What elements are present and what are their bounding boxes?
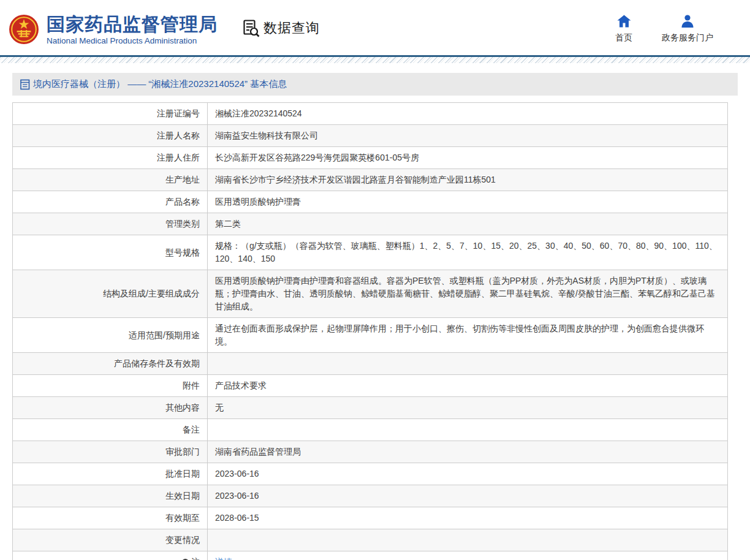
table-row: 其他内容无	[13, 397, 728, 419]
row-value: 2023-06-16	[208, 485, 728, 507]
row-label: 产品储存条件及有效期	[13, 353, 208, 375]
table-row: 附件产品技术要求	[13, 375, 728, 397]
row-label: 变更情况	[13, 529, 208, 551]
breadcrumb: 境内医疗器械（注册） —— “湘械注准20232140524” 基本信息	[12, 73, 738, 96]
row-label: 生产地址	[13, 169, 208, 191]
document-icon	[20, 79, 30, 90]
nav-home[interactable]: 首页	[615, 14, 632, 44]
row-label: 批准日期	[13, 463, 208, 485]
row-value: 湖南省长沙市宁乡经济技术开发区谐园北路蓝月谷智能制造产业园11栋501	[208, 169, 728, 191]
breadcrumb-text: 境内医疗器械（注册） —— “湘械注准20232140524” 基本信息	[33, 78, 287, 90]
table-row: 生产地址湖南省长沙市宁乡经济技术开发区谐园北路蓝月谷智能制造产业园11栋501	[13, 169, 728, 191]
row-value: 产品技术要求	[208, 375, 728, 397]
registration-info-table: 注册证编号湘械注准20232140524注册人名称湖南益安生物科技有限公司注册人…	[12, 102, 728, 560]
row-value: 第二类	[208, 213, 728, 235]
row-label: 生效日期	[13, 485, 208, 507]
main-content: 境内医疗器械（注册） —— “湘械注准20232140524” 基本信息 注册证…	[0, 73, 750, 560]
row-value: 无	[208, 397, 728, 419]
row-value: 湘械注准20232140524	[208, 103, 728, 125]
table-row: 结构及组成/主要组成成分医用透明质酸钠护理膏由护理膏和容器组成。容器为PE软管、…	[13, 270, 728, 318]
row-label: 注册人住所	[13, 147, 208, 169]
row-value	[208, 529, 728, 551]
table-row: 产品储存条件及有效期	[13, 353, 728, 375]
document-search-icon	[243, 20, 260, 37]
table-row: 审批部门湖南省药品监督管理局	[13, 441, 728, 463]
row-label: 注册证编号	[13, 103, 208, 125]
row-label: 型号规格	[13, 235, 208, 270]
row-label: 产品名称	[13, 191, 208, 213]
row-value: 医用透明质酸钠护理膏由护理膏和容器组成。容器为PE软管、或塑料瓶（盖为PP材质，…	[208, 270, 728, 318]
row-value: 长沙高新开发区谷苑路229号海凭园聚英楼601-05号房	[208, 147, 728, 169]
nmpa-emblem-logo	[9, 14, 39, 45]
info-table-body: 注册证编号湘械注准20232140524注册人名称湖南益安生物科技有限公司注册人…	[13, 103, 728, 560]
table-row: 有效期至2028-06-15	[13, 507, 728, 529]
table-row: 注册人住所长沙高新开发区谷苑路229号海凭园聚英楼601-05号房	[13, 147, 728, 169]
registration-info-table-wrap: 注册证编号湘械注准20232140524注册人名称湖南益安生物科技有限公司注册人…	[12, 102, 728, 560]
row-value: 2028-06-15	[208, 507, 728, 529]
table-row: 型号规格规格：（g/支或瓶）（容器为软管、玻璃瓶、塑料瓶）1、2、5、7、10、…	[13, 235, 728, 270]
row-value: 2023-06-16	[208, 463, 728, 485]
detail-link[interactable]: 详情	[215, 557, 232, 560]
row-label: 附件	[13, 375, 208, 397]
site-title-cn: 国家药品监督管理局	[47, 14, 218, 35]
table-row: 备注	[13, 419, 728, 441]
row-label: 注册人名称	[13, 125, 208, 147]
hatch-pattern-strip	[0, 57, 750, 63]
table-row: 批准日期2023-06-16	[13, 463, 728, 485]
table-row: 生效日期2023-06-16	[13, 485, 728, 507]
nav-portal-label: 政务服务门户	[662, 32, 713, 44]
site-header: 国家药品监督管理局 National Medical Products Admi…	[0, 0, 750, 55]
table-row: 注详情	[13, 551, 728, 560]
table-row: 注册证编号湘械注准20232140524	[13, 103, 728, 125]
site-title-block: 国家药品监督管理局 National Medical Products Admi…	[47, 14, 218, 45]
table-row: 变更情况	[13, 529, 728, 551]
header-nav: 首页 政务服务门户	[615, 14, 713, 44]
row-label: 备注	[13, 419, 208, 441]
nav-portal[interactable]: 政务服务门户	[662, 14, 713, 44]
row-label: 其他内容	[13, 397, 208, 419]
nav-home-label: 首页	[615, 32, 632, 44]
row-value: 通过在创面表面形成保护层，起物理屏障作用；用于小创口、擦伤、切割伤等非慢性创面及…	[208, 318, 728, 353]
row-value: 湖南省药品监督管理局	[208, 441, 728, 463]
row-label: 审批部门	[13, 441, 208, 463]
row-value	[208, 353, 728, 375]
row-value: 湖南益安生物科技有限公司	[208, 125, 728, 147]
row-label: 注	[13, 551, 208, 560]
row-value: 规格：（g/支或瓶）（容器为软管、玻璃瓶、塑料瓶）1、2、5、7、10、15、2…	[208, 235, 728, 270]
row-label: 有效期至	[13, 507, 208, 529]
table-row: 适用范围/预期用途通过在创面表面形成保护层，起物理屏障作用；用于小创口、擦伤、切…	[13, 318, 728, 353]
row-label: 结构及组成/主要组成成分	[13, 270, 208, 318]
row-label: 管理类别	[13, 213, 208, 235]
table-row: 注册人名称湖南益安生物科技有限公司	[13, 125, 728, 147]
site-title-en: National Medical Products Administration	[47, 36, 218, 45]
row-value: 医用透明质酸钠护理膏	[208, 191, 728, 213]
home-icon	[617, 14, 631, 28]
row-value: 详情	[208, 551, 728, 560]
row-label: 适用范围/预期用途	[13, 318, 208, 353]
row-value	[208, 419, 728, 441]
table-row: 管理类别第二类	[13, 213, 728, 235]
data-query-label: 数据查询	[263, 19, 320, 37]
user-icon	[681, 14, 694, 28]
table-row: 产品名称医用透明质酸钠护理膏	[13, 191, 728, 213]
data-query-section: 数据查询	[243, 19, 320, 37]
